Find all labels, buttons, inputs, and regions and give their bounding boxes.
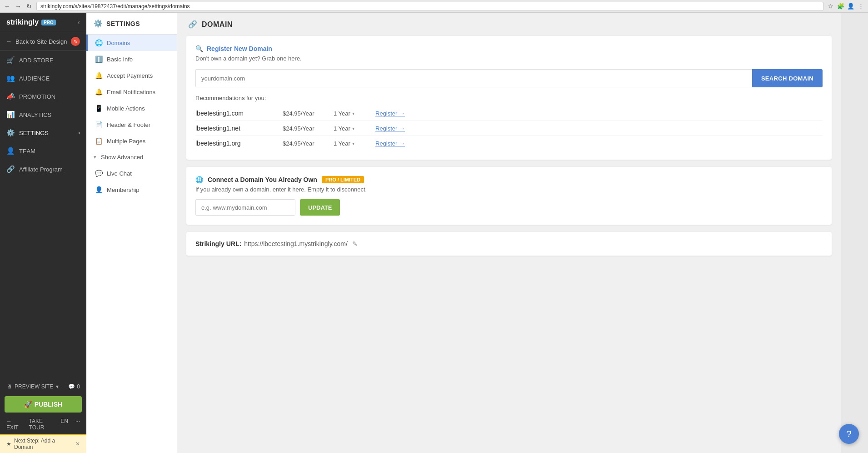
search-domain-button[interactable]: SEARCH DOMAIN (752, 69, 823, 87)
rec-register-0[interactable]: Register → (375, 110, 405, 117)
next-step-close-button[interactable]: ✕ (75, 441, 80, 447)
take-tour-button[interactable]: TAKE TOUR (29, 418, 54, 431)
show-advanced-button[interactable]: ▾ Show Advanced (86, 149, 177, 165)
settings-accept-payments-label: Accept Payments (107, 72, 153, 79)
register-section-title-row: 🔍 Register New Domain (195, 45, 823, 52)
sidebar-item-analytics[interactable]: 📊 ANALYTICS (0, 106, 86, 124)
chat-bubble-button[interactable]: ? (839, 424, 859, 444)
audience-icon: 👥 (6, 74, 15, 82)
info-icon: ℹ️ (95, 55, 102, 63)
search-icon: 🔍 (195, 45, 203, 52)
bottom-actions: ← EXIT TAKE TOUR EN ··· (0, 415, 86, 434)
connect-input-row: UPDATE (195, 199, 823, 216)
rec-year-1: 1 Year ▾ (334, 125, 370, 132)
main-content: 🔗 DOMAIN 🔍 Register New Domain Don't own… (177, 13, 841, 453)
sidebar-item-team[interactable]: 👤 TEAM (0, 142, 86, 160)
email-icon: 🔔 (95, 88, 102, 96)
settings-domains-label: Domains (107, 40, 130, 46)
settings-nav-multiple-pages[interactable]: 📋 Multiple Pages (86, 133, 177, 149)
rec-register-2[interactable]: Register → (375, 140, 405, 147)
language-button[interactable]: EN (60, 418, 68, 431)
preview-arrow: ▾ (56, 383, 59, 390)
preview-badge-area: 💬 0 (68, 383, 80, 390)
star-icon: ★ (6, 441, 11, 447)
add-store-icon: 🛒 (6, 56, 15, 64)
back-button[interactable]: ← (4, 3, 11, 10)
settings-nav-live-chat[interactable]: 💬 Live Chat (86, 165, 177, 181)
rec-price-2: $24.95/Year (283, 140, 328, 147)
right-panel (841, 13, 868, 453)
rec-domain-0: lbeetesting1.com (195, 110, 277, 117)
domain-search-input[interactable] (195, 69, 752, 87)
sidebar-nav: 🛒 ADD STORE 👥 AUDIENCE 📣 PROMOTION 📊 ANA… (0, 51, 86, 380)
settings-header: ⚙️ SETTINGS (86, 13, 177, 35)
settings-expand-arrow: › (78, 130, 80, 136)
collapse-button[interactable]: ‹ (78, 18, 80, 26)
show-advanced-label: Show Advanced (101, 154, 143, 161)
monitor-icon: 🖥 (6, 383, 12, 390)
settings-nav-basic-info[interactable]: ℹ️ Basic Info (86, 51, 177, 67)
domain-header-icon: 🔗 (188, 20, 197, 29)
register-domain-card: 🔍 Register New Domain Don't own a domain… (186, 36, 832, 160)
sidebar-item-add-store[interactable]: 🛒 ADD STORE (0, 51, 86, 69)
browser-chrome: ← → ↻ strikingly.com/s/sites/19872437/ed… (0, 0, 868, 13)
connect-domain-title-row: 🌐 Connect a Domain You Already Own PRO /… (195, 176, 823, 183)
settings-nav-mobile-actions[interactable]: 📱 Mobile Actions (86, 100, 177, 116)
preview-site-button[interactable]: 🖥 PREVIEW SITE ▾ 💬 0 (0, 380, 86, 393)
strikingly-url-label: Strikingly URL: (195, 240, 241, 247)
rec-register-1[interactable]: Register → (375, 125, 405, 132)
back-to-design-button[interactable]: ← Back to Site Design ✎ (0, 32, 86, 51)
edit-url-icon[interactable]: ✎ (352, 240, 358, 247)
domain-recommendation-2: lbeetesting1.org $24.95/Year 1 Year ▾ Re… (195, 136, 823, 151)
settings-nav-email-notifications[interactable]: 🔔 Email Notifications (86, 84, 177, 100)
refresh-button[interactable]: ↻ (25, 3, 33, 10)
publish-rocket-icon: 🚀 (24, 401, 32, 408)
rec-year-2: 1 Year ▾ (334, 140, 370, 147)
membership-icon: 👤 (95, 186, 102, 193)
settings-nav-header-footer[interactable]: 📄 Header & Footer (86, 116, 177, 133)
sidebar-item-audience[interactable]: 👥 AUDIENCE (0, 69, 86, 87)
sidebar: strikingly PRO ‹ ← Back to Site Design ✎… (0, 13, 86, 453)
rec-domain-1: lbeetesting1.net (195, 125, 277, 132)
url-bar[interactable]: strikingly.com/s/sites/19872437/edit/man… (36, 2, 823, 11)
bookmark-icon[interactable]: ☆ (827, 3, 834, 10)
sidebar-item-label: SETTINGS (19, 130, 49, 136)
domain-recommendation-1: lbeetesting1.net $24.95/Year 1 Year ▾ Re… (195, 121, 823, 136)
sidebar-item-settings[interactable]: ⚙️ SETTINGS › (0, 124, 86, 142)
publish-label: PUBLISH (35, 401, 62, 408)
chevron-down-icon: ▾ (94, 154, 96, 160)
extension-icon[interactable]: 🧩 (837, 3, 844, 10)
settings-basic-info-label: Basic Info (107, 56, 133, 63)
settings-icon: ⚙️ (6, 129, 15, 137)
settings-nav-accept-payments[interactable]: 🔔 Accept Payments (86, 67, 177, 84)
connect-globe-icon: 🌐 (195, 176, 203, 183)
more-button[interactable]: ··· (75, 418, 80, 431)
register-section-title[interactable]: Register New Domain (207, 45, 272, 52)
settings-header-footer-label: Header & Footer (107, 121, 150, 128)
settings-nav-membership[interactable]: 👤 Membership (86, 181, 177, 198)
back-label: Back to Site Design (15, 38, 67, 45)
logo-text: strikingly (6, 18, 39, 26)
settings-email-notifications-label: Email Notifications (107, 89, 155, 96)
analytics-icon: 📊 (6, 111, 15, 119)
affiliate-icon: 🔗 (6, 165, 15, 173)
header-footer-icon: 📄 (95, 121, 102, 128)
sidebar-item-promotion[interactable]: 📣 PROMOTION (0, 87, 86, 106)
update-domain-button[interactable]: UPDATE (300, 199, 340, 216)
settings-nav-domains[interactable]: 🌐 Domains (86, 35, 177, 51)
sidebar-item-affiliate[interactable]: 🔗 Affiliate Program (0, 160, 86, 178)
connect-domain-input[interactable] (195, 199, 295, 216)
recommendations-label: Recommendations for you: (195, 95, 823, 101)
profile-icon[interactable]: 👤 (847, 3, 854, 10)
menu-icon[interactable]: ⋮ (857, 3, 864, 10)
connect-domain-card: 🌐 Connect a Domain You Already Own PRO /… (186, 167, 832, 225)
exit-button[interactable]: ← EXIT (6, 418, 22, 431)
forward-button[interactable]: → (15, 3, 22, 10)
settings-multiple-pages-label: Multiple Pages (107, 138, 145, 145)
app-container: strikingly PRO ‹ ← Back to Site Design ✎… (0, 13, 868, 453)
publish-button[interactable]: 🚀 PUBLISH (5, 396, 82, 413)
rec-year-arrow-0[interactable]: ▾ (352, 111, 354, 116)
rec-year-arrow-1[interactable]: ▾ (352, 126, 354, 131)
rec-year-arrow-2[interactable]: ▾ (352, 141, 354, 146)
sidebar-item-label: Affiliate Program (19, 166, 63, 173)
